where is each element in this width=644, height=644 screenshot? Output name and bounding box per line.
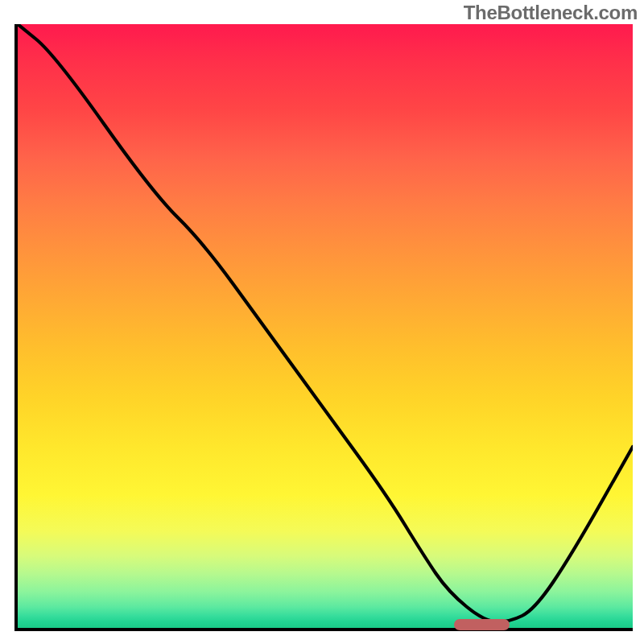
chart-background-gradient bbox=[18, 24, 633, 628]
watermark-text: TheBottleneck.com bbox=[464, 2, 638, 24]
chart-plot-area bbox=[14, 24, 633, 631]
optimal-marker bbox=[454, 619, 510, 630]
